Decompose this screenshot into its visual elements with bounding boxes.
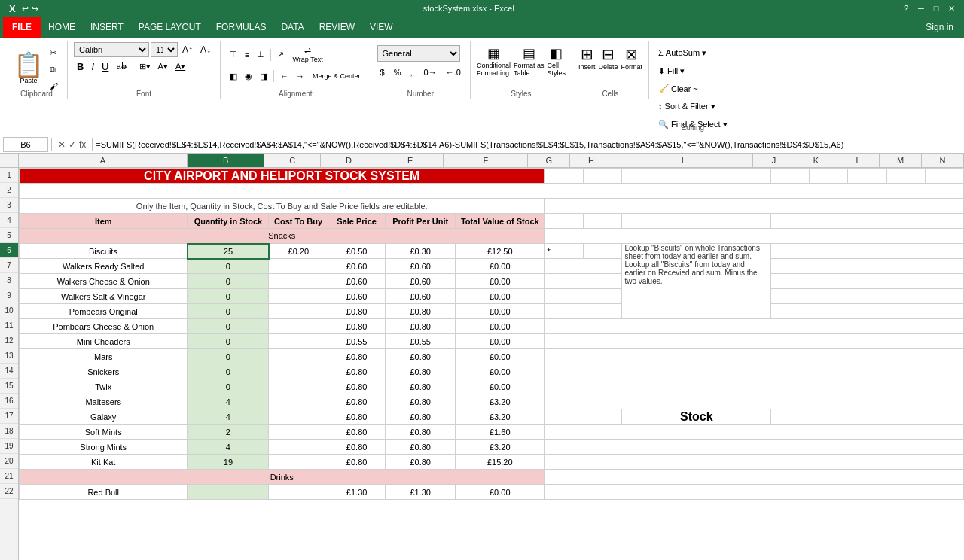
- font-size-select[interactable]: 11: [151, 42, 178, 57]
- row-19[interactable]: 19: [0, 439, 18, 454]
- wrap-text-button[interactable]: ⇌ Wrap Text: [288, 44, 326, 65]
- row-8[interactable]: 8: [0, 273, 18, 288]
- r6-cost[interactable]: £0.20: [269, 244, 328, 259]
- r17-profit[interactable]: £0.80: [386, 409, 456, 425]
- r13-profit[interactable]: £0.80: [386, 349, 456, 364]
- r20-sale[interactable]: £0.80: [328, 455, 386, 470]
- row-1[interactable]: 1: [0, 168, 18, 183]
- r8-sale[interactable]: £0.60: [328, 274, 386, 289]
- row-7[interactable]: 7: [0, 258, 18, 273]
- r9-item[interactable]: Walkers Salt & Vinegar: [20, 289, 188, 304]
- r10-total[interactable]: £0.00: [456, 304, 545, 319]
- bold-button[interactable]: B: [74, 59, 87, 74]
- row-5[interactable]: 5: [0, 228, 18, 243]
- currency-button[interactable]: $: [377, 65, 388, 80]
- r7-rest[interactable]: [771, 259, 964, 274]
- r13-rest[interactable]: [545, 349, 964, 364]
- r4-g[interactable]: [545, 214, 584, 229]
- r7-total[interactable]: £0.00: [456, 259, 545, 274]
- align-center-button[interactable]: ◉: [242, 68, 255, 84]
- r10-cost[interactable]: [269, 304, 328, 319]
- align-top-button[interactable]: ⊤: [227, 47, 240, 62]
- r8-gh[interactable]: [545, 274, 622, 289]
- cell-styles-button[interactable]: ◧ CellStyles: [547, 45, 566, 77]
- r22-sale[interactable]: £1.30: [328, 485, 386, 500]
- r22-item[interactable]: Red Bull: [20, 485, 188, 500]
- r18-rest[interactable]: [545, 425, 964, 440]
- subtitle-cell[interactable]: Only the Item, Quantity in Stock, Cost T…: [20, 199, 545, 214]
- home-menu[interactable]: HOME: [41, 17, 83, 38]
- r14-item[interactable]: Snickers: [20, 364, 188, 379]
- r4-i[interactable]: [622, 214, 771, 229]
- r1-j[interactable]: [771, 169, 810, 184]
- r17-rest[interactable]: [771, 409, 964, 425]
- r14-profit[interactable]: £0.80: [386, 364, 456, 379]
- row-12[interactable]: 12: [0, 333, 18, 348]
- r19-total[interactable]: £3.20: [456, 440, 545, 455]
- r12-item[interactable]: Mini Cheaders: [20, 334, 188, 349]
- r20-total[interactable]: £15.20: [456, 455, 545, 470]
- r17-qty[interactable]: 4: [188, 409, 269, 425]
- r9-sale[interactable]: £0.60: [328, 289, 386, 304]
- r7-sale[interactable]: £0.60: [328, 259, 386, 274]
- row-15[interactable]: 15: [0, 379, 18, 394]
- autosum-button[interactable]: Σ AutoSum ▾: [655, 45, 709, 60]
- formulas-menu[interactable]: FORMULAS: [209, 17, 274, 38]
- r16-sale[interactable]: £0.80: [328, 394, 386, 409]
- r19-qty[interactable]: 4: [188, 440, 269, 455]
- row-13[interactable]: 13: [0, 348, 18, 364]
- r15-profit[interactable]: £0.80: [386, 379, 456, 394]
- r22-total[interactable]: £0.00: [456, 485, 545, 500]
- r16-qty[interactable]: 4: [188, 394, 269, 409]
- r14-total[interactable]: £0.00: [456, 364, 545, 379]
- r13-sale[interactable]: £0.80: [328, 349, 386, 364]
- r10-gh[interactable]: [545, 304, 622, 319]
- col-header-D[interactable]: D: [321, 154, 377, 167]
- decrease-decimal-button[interactable]: .0→: [419, 65, 440, 80]
- r1-i[interactable]: [622, 169, 771, 184]
- col-header-L[interactable]: L: [837, 154, 880, 167]
- r13-cost[interactable]: [269, 349, 328, 364]
- conditional-formatting-button[interactable]: ▦ ConditionalFormatting: [477, 45, 511, 77]
- r14-rest[interactable]: [545, 364, 964, 379]
- r4-h[interactable]: [584, 214, 622, 229]
- data-menu[interactable]: DATA: [273, 17, 311, 38]
- col-hdr-total[interactable]: Total Value of Stock: [456, 214, 545, 229]
- review-menu[interactable]: REVIEW: [312, 17, 362, 38]
- col-header-A[interactable]: A: [19, 154, 188, 167]
- row-17[interactable]: 17: [0, 409, 18, 424]
- col-header-I[interactable]: I: [612, 154, 753, 167]
- r1-g[interactable]: [545, 169, 584, 184]
- grid-wrapper[interactable]: 1 2 3 4 5 6 7 8 9 10 11 12 13 14 15 16 1…: [0, 168, 964, 560]
- r8-rest[interactable]: [771, 274, 964, 289]
- col-header-F[interactable]: F: [444, 154, 528, 167]
- r18-cost[interactable]: [269, 425, 328, 440]
- r8-total[interactable]: £0.00: [456, 274, 545, 289]
- r10-item[interactable]: Pombears Original: [20, 304, 188, 319]
- r6-profit[interactable]: £0.30: [386, 244, 456, 259]
- r15-rest[interactable]: [545, 379, 964, 394]
- increase-indent-button[interactable]: →: [293, 68, 307, 84]
- r19-item[interactable]: Strong Mints: [20, 440, 188, 455]
- format-as-table-button[interactable]: ▤ Format asTable: [514, 45, 545, 77]
- row-16[interactable]: 16: [0, 394, 18, 409]
- r9-cost[interactable]: [269, 289, 328, 304]
- r9-total[interactable]: £0.00: [456, 289, 545, 304]
- r13-qty[interactable]: 0: [188, 349, 269, 364]
- insert-function-icon[interactable]: fx: [79, 139, 86, 150]
- view-menu[interactable]: VIEW: [362, 17, 401, 38]
- grid-content[interactable]: CITY AIRPORT AND HELIPORT STOCK SYSTEM: [19, 168, 964, 560]
- r17-gh[interactable]: [545, 409, 622, 425]
- formula-input[interactable]: [96, 137, 961, 152]
- align-bottom-button[interactable]: ⊥: [254, 47, 267, 62]
- decrease-indent-button[interactable]: ←: [277, 68, 291, 84]
- comma-button[interactable]: ,: [407, 65, 415, 80]
- col-header-B[interactable]: B: [188, 154, 265, 167]
- r14-qty[interactable]: 0: [188, 364, 269, 379]
- r14-sale[interactable]: £0.80: [328, 364, 386, 379]
- col-hdr-qty[interactable]: Quantity in Stock: [188, 214, 269, 229]
- align-right-button[interactable]: ◨: [257, 68, 270, 84]
- r19-sale[interactable]: £0.80: [328, 440, 386, 455]
- r15-item[interactable]: Twix: [20, 379, 188, 394]
- r7-profit[interactable]: £0.60: [386, 259, 456, 274]
